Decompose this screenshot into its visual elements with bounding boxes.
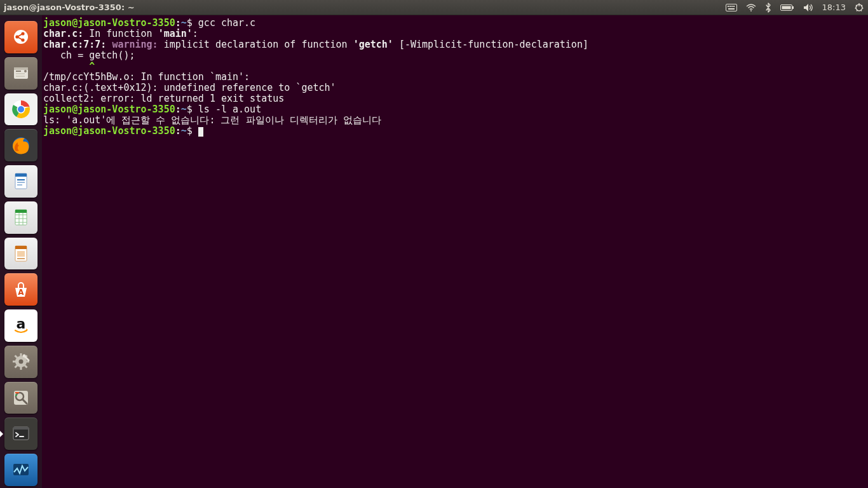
svg-rect-45: [13, 427, 29, 430]
svg-rect-18: [16, 76, 25, 77]
svg-rect-2: [729, 6, 731, 7]
prompt-path: ~: [181, 125, 187, 137]
svg-point-38: [19, 360, 24, 364]
terminal-command: ls -l a.out: [198, 104, 261, 115]
svg-text:a: a: [17, 316, 26, 332]
svg-rect-42: [15, 392, 19, 393]
svg-point-22: [18, 106, 24, 112]
launcher-writer[interactable]: [4, 165, 37, 198]
svg-rect-30: [15, 210, 27, 213]
launcher-chrome[interactable]: [4, 93, 37, 126]
session-indicator[interactable]: [850, 0, 868, 15]
network-indicator[interactable]: [742, 0, 761, 15]
terminal-output: 'main': [158, 28, 193, 39]
prompt-path: ~: [181, 17, 187, 29]
prompt-sep: :: [175, 17, 181, 29]
launcher-search-lens[interactable]: [4, 382, 37, 414]
svg-rect-0: [726, 4, 736, 11]
sound-indicator[interactable]: [799, 0, 818, 15]
clock-text: 18:13: [822, 3, 846, 12]
keyboard-indicator[interactable]: [721, 0, 742, 15]
svg-rect-34: [17, 258, 25, 259]
prompt-sep: :: [175, 104, 181, 115]
terminal-output: char.c:(.text+0x12): undefined reference…: [43, 82, 336, 93]
svg-rect-27: [17, 182, 25, 183]
svg-rect-43: [15, 395, 17, 396]
prompt-user: jason@jason-Vostro-3350: [43, 104, 175, 115]
terminal-output: char.c:: [43, 28, 83, 39]
prompt-dollar: $: [187, 17, 198, 29]
launcher-files[interactable]: [4, 57, 37, 90]
terminal-output: char.c:7:7:: [43, 39, 112, 50]
svg-point-39: [23, 355, 26, 358]
terminal-command: gcc char.c: [198, 17, 255, 29]
terminal-output: [43, 60, 89, 72]
window-title: jason@jason-Vostro-3350: ~: [0, 3, 135, 12]
svg-text:A: A: [18, 288, 24, 297]
launcher-firefox[interactable]: [4, 129, 37, 161]
battery-indicator[interactable]: [776, 0, 799, 15]
terminal-output: :: [193, 28, 198, 39]
svg-rect-16: [16, 71, 21, 72]
svg-rect-32: [15, 246, 27, 249]
svg-rect-17: [16, 73, 25, 74]
svg-rect-25: [15, 173, 27, 177]
terminal-output: 'getch': [353, 39, 393, 50]
prompt-dollar: $: [187, 125, 198, 137]
prompt-path: ~: [181, 104, 187, 115]
bluetooth-indicator[interactable]: [761, 0, 776, 15]
svg-rect-15: [14, 67, 28, 70]
launcher-impress[interactable]: [4, 238, 37, 270]
terminal-output: [-Wimplicit-function-declaration]: [393, 39, 588, 50]
svg-rect-7: [792, 6, 794, 9]
svg-point-19: [24, 70, 27, 72]
terminal-window[interactable]: jason@jason-Vostro-3350:~$ gcc char.c ch…: [42, 15, 868, 488]
unity-launcher: A a: [0, 15, 42, 488]
launcher-dash[interactable]: [4, 21, 37, 53]
launcher-terminal[interactable]: [4, 417, 37, 450]
top-panel: jason@jason-Vostro-3350: ~ 18:13: [0, 0, 868, 15]
launcher-calc[interactable]: [4, 201, 37, 234]
terminal-output: implicit declaration of function: [164, 39, 353, 50]
svg-rect-1: [728, 6, 729, 7]
terminal-output: ls: 'a.out'에 접근할 수 없습니다: 그런 파일이나 디렉터리가 없…: [43, 114, 381, 126]
prompt-dollar: $: [187, 104, 198, 115]
prompt-user: jason@jason-Vostro-3350: [43, 17, 175, 29]
svg-rect-4: [733, 6, 735, 7]
svg-rect-3: [731, 6, 733, 7]
svg-rect-28: [17, 184, 22, 186]
terminal-output: /tmp/ccYt5hBw.o: In function `main':: [43, 71, 250, 83]
launcher-system-monitor[interactable]: [4, 454, 37, 486]
svg-rect-33: [17, 251, 25, 257]
terminal-cursor: [198, 127, 203, 137]
prompt-user: jason@jason-Vostro-3350: [43, 125, 175, 137]
terminal-warning: warning:: [112, 39, 163, 50]
terminal-output: In function: [83, 28, 158, 39]
launcher-software-center[interactable]: A: [4, 273, 37, 306]
svg-rect-8: [782, 6, 790, 9]
svg-rect-5: [728, 8, 735, 10]
terminal-output: ch = getch();: [43, 50, 135, 61]
svg-rect-26: [17, 179, 25, 180]
terminal-caret: ^: [89, 60, 95, 72]
launcher-amazon[interactable]: a: [4, 309, 37, 342]
prompt-sep: :: [175, 125, 181, 137]
clock-indicator[interactable]: 18:13: [818, 0, 850, 15]
terminal-output: collect2: error: ld returned 1 exit stat…: [43, 93, 284, 104]
launcher-settings[interactable]: [4, 346, 37, 378]
